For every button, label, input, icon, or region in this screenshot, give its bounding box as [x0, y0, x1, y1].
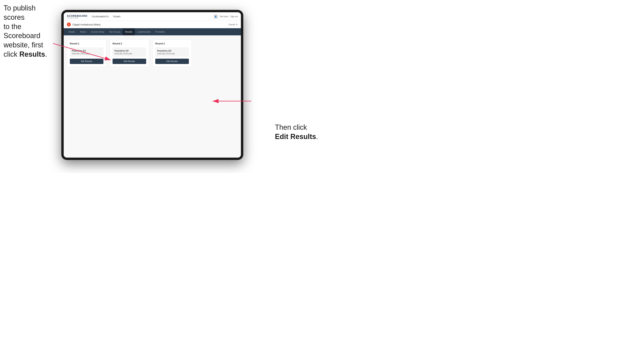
tab-leaderboards[interactable]: Leaderboards — [135, 28, 153, 35]
round-3-course-details: Gold (M) (7010 yds) — [157, 52, 187, 55]
tablet: SCOREBOARD Powered by clippd TOURNAMENTS… — [61, 10, 243, 160]
tablet-screen: SCOREBOARD Powered by clippd TOURNAMENTS… — [64, 12, 241, 158]
round-3-title: Round 3 — [155, 42, 189, 45]
tab-printables[interactable]: Printables — [153, 28, 167, 35]
tab-bar: Details Teams Course Setup Tee Groups Re… — [64, 28, 241, 35]
user-name: Test User | — [220, 15, 229, 17]
tab-teams[interactable]: Teams — [78, 28, 88, 35]
cancel-button[interactable]: Cancel ✕ — [228, 23, 238, 26]
round-2-course-details: Gold (M) (7010 yds) — [114, 52, 144, 55]
edit-results-button-3[interactable]: Edit Results — [155, 59, 189, 64]
tab-results[interactable]: Results — [123, 28, 135, 35]
tab-course-setup[interactable]: Course Setup — [88, 28, 106, 35]
round-2-card: Round 2 Peachtree GC Gold (M) (7010 yds)… — [110, 39, 149, 67]
user-avatar: 👤 — [214, 14, 218, 19]
nav-right: 👤 Test User | Sign out — [214, 14, 238, 19]
round-2-course-info: Peachtree GC Gold (M) (7010 yds) — [112, 47, 146, 57]
sign-out-link[interactable]: Sign out — [230, 15, 238, 17]
content-area: Round 1 Peachtree GC Gold (M) (7010 yds)… — [64, 35, 241, 158]
round-1-course-name: Peachtree GC — [72, 49, 102, 52]
nav-teams[interactable]: TEAMS — [113, 15, 120, 18]
top-nav: SCOREBOARD Powered by clippd TOURNAMENTS… — [64, 12, 241, 21]
edit-results-button-1[interactable]: Edit Results — [70, 59, 104, 64]
instruction-left: To publish scores to the Scoreboard webs… — [4, 3, 57, 59]
tournament-name: C Clippd Invitational (Main) — [67, 22, 101, 26]
tab-details[interactable]: Details — [66, 28, 78, 35]
round-1-course-details: Gold (M) (7010 yds) — [72, 52, 102, 55]
round-3-course-name: Peachtree GC — [157, 49, 187, 52]
tournament-icon: C — [67, 22, 71, 26]
logo: SCOREBOARD Powered by clippd — [67, 15, 88, 18]
nav-links: TOURNAMENTS TEAMS — [92, 15, 214, 18]
rounds-grid: Round 1 Peachtree GC Gold (M) (7010 yds)… — [67, 39, 238, 67]
round-1-card: Round 1 Peachtree GC Gold (M) (7010 yds)… — [67, 39, 106, 67]
edit-results-button-2[interactable]: Edit Results — [112, 59, 146, 64]
round-1-course-info: Peachtree GC Gold (M) (7010 yds) — [70, 47, 104, 57]
instruction-right: Then click Edit Results. — [275, 123, 318, 141]
round-2-course-name: Peachtree GC — [114, 49, 144, 52]
nav-tournaments[interactable]: TOURNAMENTS — [92, 15, 109, 18]
round-1-title: Round 1 — [70, 42, 104, 45]
tab-tee-groups[interactable]: Tee Groups — [106, 28, 123, 35]
round-3-card: Round 3 Peachtree GC Gold (M) (7010 yds)… — [152, 39, 192, 67]
tournament-bar: C Clippd Invitational (Main) Cancel ✕ — [64, 21, 241, 28]
round-2-title: Round 2 — [112, 42, 146, 45]
round-3-course-info: Peachtree GC Gold (M) (7010 yds) — [155, 47, 189, 57]
